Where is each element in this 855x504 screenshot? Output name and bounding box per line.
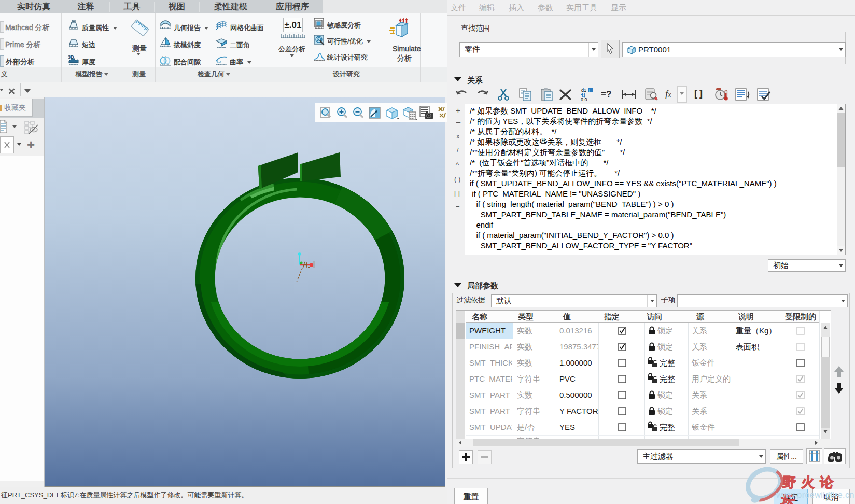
svg-text:i: i [589,88,590,93]
svg-text:d1: d1 [581,88,586,93]
svg-text:0.0: 0.0 [581,97,587,102]
